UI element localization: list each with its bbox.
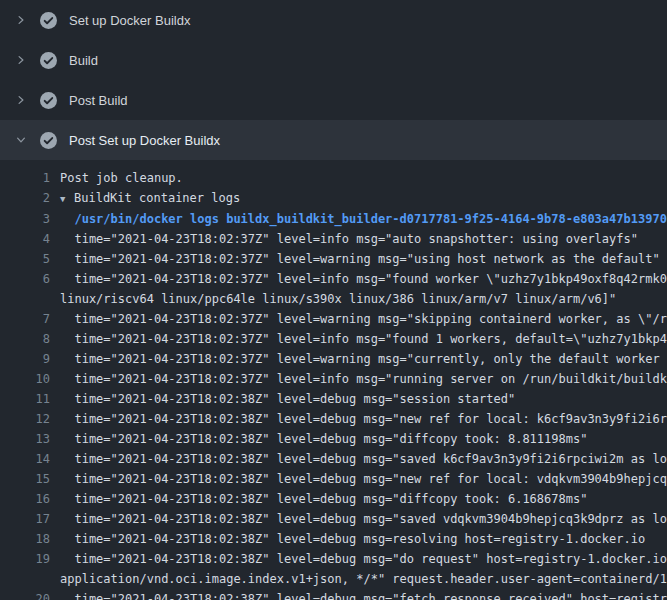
step-label: Set up Docker Buildx <box>69 13 190 28</box>
check-circle-icon <box>40 132 57 149</box>
log-line-number[interactable] <box>0 569 50 589</box>
log-line-number[interactable]: 7 <box>0 309 50 329</box>
log-line-number[interactable]: 5 <box>0 249 50 269</box>
log-line-number[interactable]: 6 <box>0 269 50 289</box>
log-line-number[interactable]: 2 <box>0 188 50 209</box>
log-line-text: linux/riscv64 linux/ppc64le linux/s390x … <box>50 289 667 309</box>
log-line-text: time="2021-04-23T18:02:37Z" level=warnin… <box>50 309 667 329</box>
log-line-text: time="2021-04-23T18:02:37Z" level=info m… <box>50 329 667 349</box>
log-line-text: application/vnd.oci.image.index.v1+json,… <box>50 569 667 589</box>
log-line: 4 time="2021-04-23T18:02:37Z" level=info… <box>0 229 667 249</box>
log-line-number[interactable]: 10 <box>0 369 50 389</box>
log-line-number[interactable]: 12 <box>0 409 50 429</box>
log-line-number[interactable]: 11 <box>0 389 50 409</box>
log-line-text: time="2021-04-23T18:02:38Z" level=debug … <box>50 449 667 469</box>
step-label: Build <box>69 53 98 68</box>
log-line: 2 ▼BuildKit container logs <box>0 188 667 209</box>
log-line-text: time="2021-04-23T18:02:38Z" level=debug … <box>50 549 667 569</box>
step-label: Post Set up Docker Buildx <box>69 133 220 148</box>
log-line-number[interactable]: 9 <box>0 349 50 369</box>
log-line-text: time="2021-04-23T18:02:38Z" level=debug … <box>50 389 667 409</box>
log-line-text: time="2021-04-23T18:02:38Z" level=debug … <box>50 429 667 449</box>
log-line-text: Post job cleanup. <box>50 168 667 188</box>
log-line-text: time="2021-04-23T18:02:37Z" level=warnin… <box>50 249 667 269</box>
log-line: 13 time="2021-04-23T18:02:38Z" level=deb… <box>0 429 667 449</box>
step-section-build[interactable]: Build <box>0 40 667 80</box>
step-section-set-up-docker-buildx[interactable]: Set up Docker Buildx <box>0 0 667 40</box>
log-line: 1 Post job cleanup. <box>0 168 667 188</box>
chevron-right-icon <box>14 93 28 107</box>
step-section-post-build[interactable]: Post Build <box>0 80 667 120</box>
log-line-number[interactable]: 15 <box>0 469 50 489</box>
log-line-text: time="2021-04-23T18:02:38Z" level=debug … <box>50 509 667 529</box>
log-lines: 1 Post job cleanup. 2 ▼BuildKit containe… <box>0 160 667 600</box>
log-line-text: time="2021-04-23T18:02:37Z" level=warnin… <box>50 349 667 369</box>
log-line: 5 time="2021-04-23T18:02:37Z" level=warn… <box>0 249 667 269</box>
log-line: 17 time="2021-04-23T18:02:38Z" level=deb… <box>0 509 667 529</box>
chevron-right-icon <box>14 53 28 67</box>
log-line-text: /usr/bin/docker logs buildx_buildkit_bui… <box>50 209 667 229</box>
log-line-text: time="2021-04-23T18:02:37Z" level=info m… <box>50 369 667 389</box>
log-line: application/vnd.oci.image.index.v1+json,… <box>0 569 667 589</box>
log-line: 6 time="2021-04-23T18:02:37Z" level=info… <box>0 269 667 289</box>
chevron-down-icon <box>14 133 28 147</box>
log-line: 18 time="2021-04-23T18:02:38Z" level=deb… <box>0 529 667 549</box>
chevron-right-icon <box>14 13 28 27</box>
log-line: 12 time="2021-04-23T18:02:38Z" level=deb… <box>0 409 667 429</box>
log-line-number[interactable]: 3 <box>0 209 50 229</box>
log-line: 10 time="2021-04-23T18:02:37Z" level=inf… <box>0 369 667 389</box>
log-line-number[interactable]: 13 <box>0 429 50 449</box>
log-line-number[interactable]: 1 <box>0 168 50 188</box>
log-line: 19 time="2021-04-23T18:02:38Z" level=deb… <box>0 549 667 569</box>
log-line-text: time="2021-04-23T18:02:37Z" level=info m… <box>50 229 667 249</box>
log-line: 16 time="2021-04-23T18:02:38Z" level=deb… <box>0 489 667 509</box>
log-line: 14 time="2021-04-23T18:02:38Z" level=deb… <box>0 449 667 469</box>
log-line: 8 time="2021-04-23T18:02:37Z" level=info… <box>0 329 667 349</box>
log-line-number[interactable]: 18 <box>0 529 50 549</box>
log-line-number[interactable]: 16 <box>0 489 50 509</box>
check-circle-icon <box>40 52 57 69</box>
log-line-number[interactable]: 4 <box>0 229 50 249</box>
log-line: linux/riscv64 linux/ppc64le linux/s390x … <box>0 289 667 309</box>
step-section-post-set-up-docker-buildx[interactable]: Post Set up Docker Buildx <box>0 120 667 160</box>
log-line-number[interactable]: 14 <box>0 449 50 469</box>
log-line-text: ▼BuildKit container logs <box>50 188 667 209</box>
log-line: 7 time="2021-04-23T18:02:37Z" level=warn… <box>0 309 667 329</box>
log-line: 15 time="2021-04-23T18:02:38Z" level=deb… <box>0 469 667 489</box>
log-line: 20 time="2021-04-23T18:02:38Z" level=deb… <box>0 589 667 600</box>
log-line-number[interactable]: 17 <box>0 509 50 529</box>
step-label: Post Build <box>69 93 128 108</box>
log-line-text: time="2021-04-23T18:02:38Z" level=debug … <box>50 529 667 549</box>
log-line: 9 time="2021-04-23T18:02:37Z" level=warn… <box>0 349 667 369</box>
log-line-text: time="2021-04-23T18:02:38Z" level=debug … <box>50 469 667 489</box>
log-group-caret-icon[interactable]: ▼ <box>60 189 74 209</box>
log-line: 11 time="2021-04-23T18:02:38Z" level=deb… <box>0 389 667 409</box>
log-line-number[interactable]: 8 <box>0 329 50 349</box>
log-line-text: time="2021-04-23T18:02:38Z" level=debug … <box>50 489 667 509</box>
workflow-log-viewer: Set up Docker Buildx Build Post Build Po… <box>0 0 667 600</box>
log-line: 3 /usr/bin/docker logs buildx_buildkit_b… <box>0 209 667 229</box>
log-line-number[interactable] <box>0 289 50 309</box>
log-line-text: time="2021-04-23T18:02:38Z" level=debug … <box>50 409 667 429</box>
check-circle-icon <box>40 12 57 29</box>
check-circle-icon <box>40 92 57 109</box>
log-line-text: time="2021-04-23T18:02:37Z" level=info m… <box>50 269 667 289</box>
log-line-number[interactable]: 19 <box>0 549 50 569</box>
log-line-number[interactable]: 20 <box>0 589 50 600</box>
log-line-text: time="2021-04-23T18:02:38Z" level=debug … <box>50 589 667 600</box>
